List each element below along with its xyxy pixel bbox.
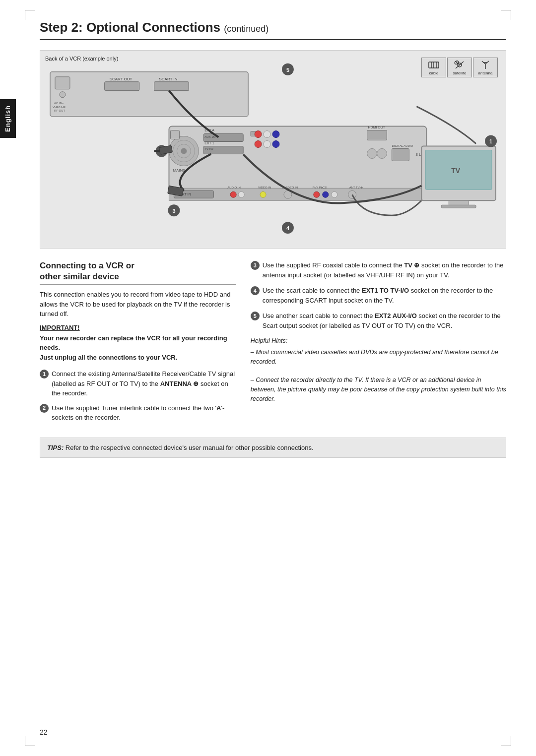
svg-point-16 xyxy=(60,92,66,98)
right-numbered-list: 3 Use the supplied RF coaxial cable to c… xyxy=(251,260,506,330)
svg-text:SCART OUT: SCART OUT xyxy=(110,77,133,81)
svg-point-62 xyxy=(332,191,337,197)
hint-2: – Connect the recorder directly to the T… xyxy=(251,376,506,403)
svg-point-60 xyxy=(314,191,320,197)
left-list-item-1: 1 Connect the existing Antenna/Satellite… xyxy=(40,369,236,398)
svg-text:3: 3 xyxy=(172,208,175,214)
corner-mark-tl xyxy=(25,10,35,20)
helpful-hints: Helpful Hints: – Most commercial video c… xyxy=(251,336,506,403)
svg-text:4: 4 xyxy=(286,225,290,231)
tips-label: TIPS: xyxy=(47,444,64,451)
intro-text: This connection enables you to record fr… xyxy=(40,290,236,319)
corner-mark-tr xyxy=(501,10,511,20)
svg-text:DIGITAL AUDIO: DIGITAL AUDIO xyxy=(392,144,413,147)
svg-point-55 xyxy=(260,191,266,197)
satellite-label: satellite xyxy=(453,71,466,75)
antenna-icon-badge: antenna xyxy=(473,58,498,77)
svg-point-38 xyxy=(272,131,279,138)
cable-label: cable xyxy=(429,71,438,75)
page-number: 22 xyxy=(40,728,48,736)
diagram-label: Back of a VCR (example only) xyxy=(45,56,118,62)
two-column-section: Connecting to a VCR or other similar dev… xyxy=(40,260,506,428)
step-1-circle: 1 xyxy=(40,370,49,378)
left-item-1-text: Connect the existing Antenna/Satellite R… xyxy=(52,369,236,398)
svg-point-46 xyxy=(367,148,377,158)
right-column: 3 Use the supplied RF coaxial cable to c… xyxy=(251,260,506,428)
svg-text:AC IN~: AC IN~ xyxy=(54,102,64,105)
right-item-4-text: Use the scart cable to connect the EXT1 … xyxy=(263,286,506,305)
left-numbered-list: 1 Connect the existing Antenna/Satellite… xyxy=(40,369,236,423)
right-list-item-5: 5 Use another scart cable to connect the… xyxy=(251,311,506,330)
helpful-hints-title: Helpful Hints: xyxy=(251,336,506,346)
diagram-svg: SCART OUT SCART IN AC IN~ VHF/UHF RF OUT… xyxy=(45,56,501,234)
svg-rect-44 xyxy=(392,148,409,161)
svg-text:AUX-I/O: AUX-I/O xyxy=(204,135,216,138)
right-list-item-3: 3 Use the supplied RF coaxial cable to c… xyxy=(251,260,506,280)
svg-text:TV: TV xyxy=(451,167,461,175)
svg-point-47 xyxy=(377,148,387,158)
step-5-circle: 5 xyxy=(251,312,260,320)
svg-text:SCART IN: SCART IN xyxy=(159,77,178,81)
svg-rect-15 xyxy=(55,77,70,89)
tips-box: TIPS: Refer to the respective connected … xyxy=(40,438,506,458)
english-tab: English xyxy=(0,99,16,138)
svg-point-52 xyxy=(230,191,236,197)
hint-1: – Most commercial video cassettes and DV… xyxy=(251,348,506,367)
svg-rect-13 xyxy=(105,82,139,91)
svg-point-53 xyxy=(238,191,244,197)
svg-text:EXT 1: EXT 1 xyxy=(204,142,214,145)
important-label: IMPORTANT! xyxy=(40,324,236,331)
svg-text:HDMI OUT: HDMI OUT xyxy=(368,126,386,129)
step-4-circle: 4 xyxy=(251,286,260,295)
left-item-2-text: Use the supplied Tuner interlink cable t… xyxy=(52,403,236,423)
svg-text:VIDEO IN: VIDEO IN xyxy=(258,186,271,189)
cable-icon-badge: cable xyxy=(421,58,446,77)
left-list-item-2: 2 Use the supplied Tuner interlink cable… xyxy=(40,403,236,423)
page-container: English Step 2: Optional Connections (co… xyxy=(0,0,536,756)
antenna-label: antenna xyxy=(478,71,493,75)
right-list-item-4: 4 Use the scart cable to connect the EXT… xyxy=(251,286,506,305)
svg-point-39 xyxy=(255,141,262,148)
right-item-5-text: Use another scart cable to connect the E… xyxy=(263,311,506,330)
svg-text:AUDIO IN: AUDIO IN xyxy=(227,186,241,189)
svg-rect-69 xyxy=(441,205,476,208)
step-2-circle: 2 xyxy=(40,404,49,413)
svg-text:ANT TV ⊕: ANT TV ⊕ xyxy=(349,186,363,189)
svg-text:PbY   PbCS: PbY PbCS xyxy=(313,186,327,189)
svg-text:VHF/UHF: VHF/UHF xyxy=(53,106,66,109)
section-heading: Connecting to a VCR or other similar dev… xyxy=(40,260,236,285)
svg-text:5: 5 xyxy=(286,67,289,73)
svg-rect-28 xyxy=(170,130,179,139)
page-title: Step 2: Optional Connections (continued) xyxy=(40,20,506,40)
left-column: Connecting to a VCR or other similar dev… xyxy=(40,260,236,428)
svg-point-61 xyxy=(323,191,329,197)
right-item-3-text: Use the supplied RF coaxial cable to con… xyxy=(263,260,506,280)
svg-text:1: 1 xyxy=(489,139,492,145)
important-text: Your new recorder can replace the VCR fo… xyxy=(40,333,236,363)
svg-point-37 xyxy=(264,131,270,138)
svg-rect-10 xyxy=(50,72,248,117)
diagram-box: Back of a VCR (example only) cable xyxy=(40,50,506,249)
svg-rect-42 xyxy=(367,130,387,140)
svg-text:TV-I/O: TV-I/O xyxy=(204,147,213,150)
icon-badges: cable satellite anten xyxy=(421,58,498,77)
svg-point-40 xyxy=(264,141,270,148)
satellite-icon-badge: satellite xyxy=(447,58,472,77)
svg-text:RF OUT: RF OUT xyxy=(54,109,66,112)
page-title-continued: (continued) xyxy=(224,24,268,34)
corner-mark-br xyxy=(501,736,511,746)
svg-rect-14 xyxy=(154,82,189,91)
step-3-circle: 3 xyxy=(251,261,260,270)
svg-point-26 xyxy=(181,148,187,154)
svg-point-36 xyxy=(255,131,262,138)
svg-point-41 xyxy=(272,141,279,148)
corner-mark-bl xyxy=(25,736,35,746)
